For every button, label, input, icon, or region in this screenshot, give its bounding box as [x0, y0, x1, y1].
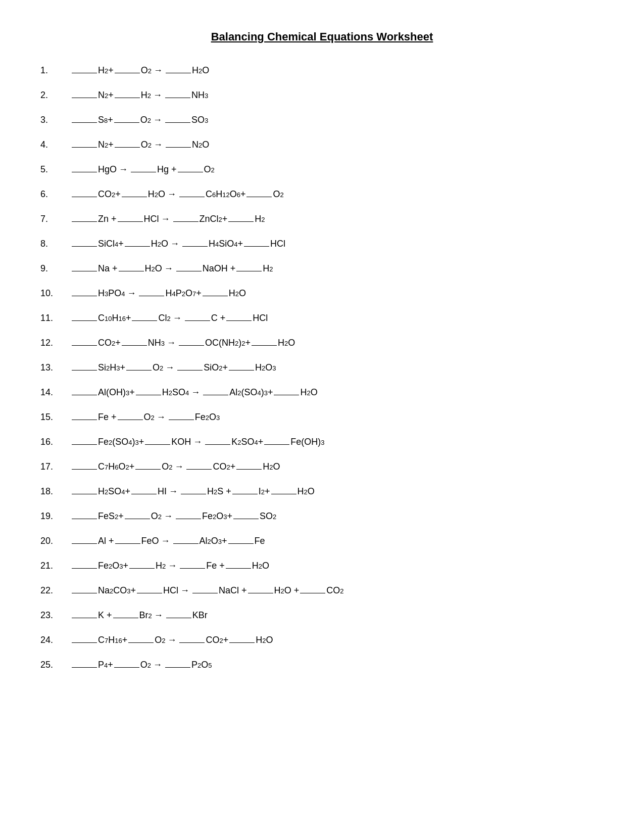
equation-item: 6. CO2 + H2O → C6H12O6 + O2 — [40, 188, 604, 201]
equation-item: 19. FeS2 + O2 → Fe2O3 + SO2 — [40, 509, 604, 523]
equation-item: 3. S8 + O2 → SO3 — [40, 113, 604, 127]
equation-number: 9. — [40, 262, 71, 275]
equation-item: 9. Na + H2O → NaOH + H2 — [40, 262, 604, 275]
equation-content: CO2 + NH3 → OC(NH2)2 + H2O — [71, 336, 295, 350]
equation-item: 15. Fe + O2 → Fe2O3 — [40, 410, 604, 424]
equation-number: 12. — [40, 336, 71, 350]
equation-content: H2 + O2 → H2O — [71, 64, 209, 77]
equation-item: 7. Zn + HCl → ZnCl2 + H2 — [40, 212, 604, 226]
equation-content: Na2CO3 + HCl → NaCl + H2O + CO2 — [71, 584, 344, 597]
equation-item: 12. CO2 + NH3 → OC(NH2)2 + H2O — [40, 336, 604, 350]
equation-content: N2 + O2 → N2O — [71, 138, 209, 152]
equation-content: Fe2(SO4)3 + KOH → K2SO4 + Fe(OH)3 — [71, 435, 325, 449]
equation-item: 5. HgO → Hg + O2 — [40, 163, 604, 176]
equation-content: K + Br2 → KBr — [71, 609, 208, 622]
equation-item: 20. Al + FeO → Al2O3 + Fe — [40, 534, 604, 548]
equation-item: 1. H2 + O2 → H2O — [40, 64, 604, 77]
equation-content: Al(OH)3 + H2SO4 → Al2(SO4)3 + H2O — [71, 386, 318, 399]
equation-content: H3PO4 → H4P2O7 + H2O — [71, 287, 246, 300]
equation-content: N2 + H2 → NH3 — [71, 88, 208, 102]
equation-item: 13. Si2H3 + O2 → SiO2 + H2O3 — [40, 361, 604, 375]
equation-content: HgO → Hg + O2 — [71, 163, 215, 176]
equation-number: 7. — [40, 212, 71, 226]
equation-content: Al + FeO → Al2O3 + Fe — [71, 534, 265, 548]
equation-item: 2. N2 + H2 → NH3 — [40, 88, 604, 102]
equation-number: 14. — [40, 386, 71, 399]
equation-content: Na + H2O → NaOH + H2 — [71, 262, 273, 275]
equation-content: H2SO4 + HI → H2S + I2 + H2O — [71, 485, 315, 498]
equation-content: Si2H3 + O2 → SiO2 + H2O3 — [71, 361, 276, 375]
equation-number: 15. — [40, 410, 71, 424]
equation-number: 8. — [40, 237, 71, 251]
equation-number: 13. — [40, 361, 71, 375]
equation-item: 11. C10H16 + Cl2 → C + HCl — [40, 311, 604, 325]
equation-number: 20. — [40, 534, 71, 548]
equation-content: C7H6O2 + O2 → CO2 + H2O — [71, 460, 280, 474]
equation-item: 22. Na2CO3 + HCl → NaCl + H2O + CO2 — [40, 584, 604, 597]
equation-item: 21. Fe2O3 + H2 → Fe + H2O — [40, 559, 604, 573]
equation-number: 25. — [40, 658, 71, 672]
equation-item: 18. H2SO4 + HI → H2S + I2 + H2O — [40, 485, 604, 498]
equation-number: 5. — [40, 163, 71, 176]
equation-item: 8. SiCl4 + H2O → H4SiO4 + HCl — [40, 237, 604, 251]
equation-item: 16. Fe2(SO4)3 + KOH → K2SO4 + Fe(OH)3 — [40, 435, 604, 449]
equation-number: 17. — [40, 460, 71, 474]
equation-number: 24. — [40, 633, 71, 647]
equation-number: 4. — [40, 138, 71, 152]
equation-number: 11. — [40, 311, 71, 325]
equation-number: 6. — [40, 188, 71, 201]
equation-item: 24. C7H16 + O2 → CO2 + H2O — [40, 633, 604, 647]
equation-item: 10. H3PO4 → H4P2O7 + H2O — [40, 287, 604, 300]
equation-number: 2. — [40, 88, 71, 102]
equation-item: 4. N2 + O2 → N2O — [40, 138, 604, 152]
equation-number: 22. — [40, 584, 71, 597]
equation-number: 1. — [40, 64, 71, 77]
equation-content: Fe2O3 + H2 → Fe + H2O — [71, 559, 269, 573]
equation-content: Fe + O2 → Fe2O3 — [71, 410, 220, 424]
equation-content: SiCl4 + H2O → H4SiO4 + HCl — [71, 237, 285, 251]
page-title: Balancing Chemical Equations Worksheet — [40, 30, 604, 43]
equation-item: 23. K + Br2 → KBr — [40, 609, 604, 622]
equation-number: 23. — [40, 609, 71, 622]
equation-item: 17. C7H6O2 + O2 → CO2 + H2O — [40, 460, 604, 474]
equation-number: 19. — [40, 509, 71, 523]
equation-item: 14. Al(OH)3 + H2SO4 → Al2(SO4)3 + H2O — [40, 386, 604, 399]
equation-content: CO2 + H2O → C6H12O6 + O2 — [71, 188, 284, 201]
equation-content: Zn + HCl → ZnCl2 + H2 — [71, 212, 265, 226]
equation-content: C10H16 + Cl2 → C + HCl — [71, 311, 268, 325]
equation-list: 1. H2 + O2 → H2O2. N2 + H2 → NH33. S8 + … — [40, 64, 604, 672]
equation-number: 10. — [40, 287, 71, 300]
equation-content: P4 + O2 → P2O5 — [71, 658, 212, 672]
equation-content: S8 + O2 → SO3 — [71, 113, 208, 127]
equation-number: 18. — [40, 485, 71, 498]
equation-content: C7H16 + O2 → CO2 + H2O — [71, 633, 273, 647]
equation-content: FeS2 + O2 → Fe2O3 + SO2 — [71, 509, 276, 523]
equation-number: 3. — [40, 113, 71, 127]
equation-item: 25. P4 + O2 → P2O5 — [40, 658, 604, 672]
equation-number: 16. — [40, 435, 71, 449]
equation-number: 21. — [40, 559, 71, 573]
